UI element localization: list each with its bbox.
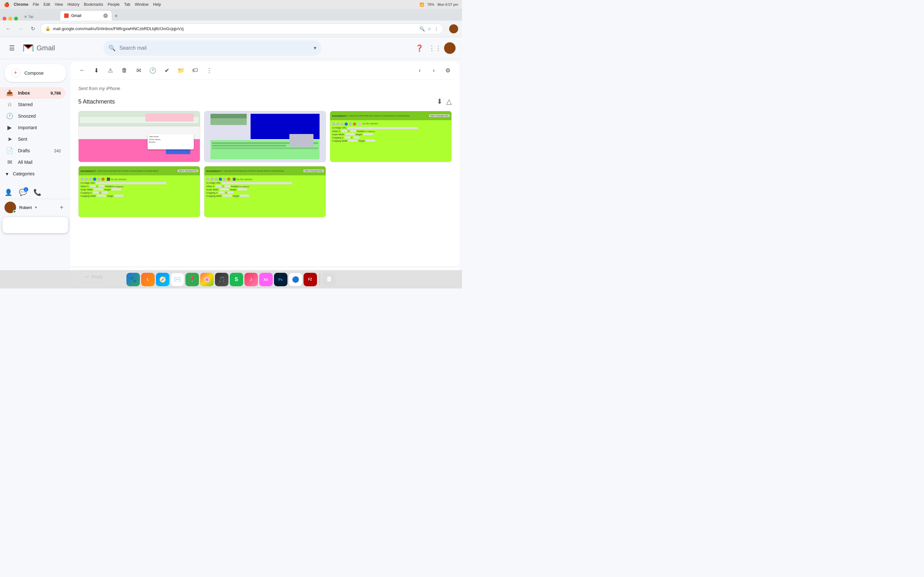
next-email-button[interactable]: › [427,64,440,77]
tab-menu[interactable]: Tab [124,2,130,7]
spam-button[interactable]: ⚠ [104,64,117,77]
dock-itunes[interactable]: ♪ [244,273,258,286]
dock-safari[interactable]: 🧭 [156,273,170,286]
attachment-1[interactable]: Take PhotoPhoto LibraryBrowse [78,111,200,162]
archive-button[interactable]: ⬇ [90,64,103,77]
user-account-section: Robert ▾ + [0,199,71,216]
dock-filezilla[interactable]: FZ [304,273,317,286]
compose-button[interactable]: + Compose [5,64,66,82]
categories-label: Categories [13,171,35,176]
attachment-4[interactable]: Annotations++ Copy (via 2) and Paste (vi… [78,166,200,218]
refresh-button[interactable]: ↻ [28,24,37,33]
attachment-1-preview: Take PhotoPhoto LibraryBrowse [79,111,200,162]
sidebar-item-allmail[interactable]: ✉ All Mail [0,156,65,168]
svg-text:+: + [14,69,17,76]
move-icon: 📁 [178,67,184,74]
sidebar-item-inbox[interactable]: 📥 Inbox 9,786 [0,87,65,99]
back-to-inbox-button[interactable]: ← [76,64,89,77]
important-icon: ▶ [6,124,13,131]
inactive-tab[interactable]: ⊞ Tab [22,13,60,21]
add-task-button[interactable]: ✔ [160,64,173,77]
user-account[interactable]: Robert ▾ + [5,201,66,213]
gmail-body: + Compose 📥 Inbox 9,786 ☆ Starred 🕐 Snoo… [0,59,462,288]
settings-gear-icon: ⚙ [445,67,451,74]
dock-music[interactable]: 🎵 [215,273,228,286]
starred-label: Starred [18,102,61,107]
label-button[interactable]: 🏷 [189,64,202,77]
history-menu[interactable]: History [67,2,79,7]
mark-as-read-button[interactable]: ✉ [132,64,145,77]
window-close-btn[interactable] [3,17,6,21]
people-menu[interactable]: People [108,2,120,7]
dock-chrome[interactable]: 🔵 [289,273,302,286]
search-dropdown-icon[interactable]: ▾ [314,45,317,51]
phone-call-icon: 📞 [33,189,41,196]
inbox-count: 9,786 [50,91,61,95]
download-all-button[interactable]: ⬇ [437,97,443,106]
help-menu[interactable]: Help [153,2,161,7]
view-menu[interactable]: View [55,2,63,7]
attachment-3[interactable]: Annotations++ Copy (via 2) and Paste (vi… [330,111,452,162]
categories-toggle[interactable]: ▾ Categories [0,168,65,179]
help-button[interactable]: ❓ [413,42,426,55]
main-email-content: ← ⬇ ⚠ 🗑 ✉ 🕐 ✔ [71,61,459,286]
snoozed-icon: 🕐 [6,113,13,119]
dock-mail[interactable]: ✉️ [171,273,184,286]
forward-button[interactable]: → [16,24,25,33]
apple-menu[interactable]: 🍎 [4,2,9,7]
bookmarks-menu[interactable]: Bookmarks [84,2,103,7]
search-bar[interactable]: 🔍 ▾ [103,40,321,56]
attachments-section: 5 Attachments ⬇ △ [78,97,452,218]
snooze-button[interactable]: 🕐 [146,64,159,77]
delete-button[interactable]: 🗑 [118,64,131,77]
phone-icon[interactable]: 📞 [33,189,41,196]
search-input[interactable] [120,45,310,51]
dock-trash[interactable]: 🗑 [322,273,336,286]
settings-button[interactable]: ⚙ [441,64,454,77]
active-tab[interactable]: Gmail × [60,11,111,21]
hamburger-menu-button[interactable]: ☰ [6,42,17,55]
sent-label: Sent [18,137,61,142]
sidebar-item-drafts[interactable]: 📄 Drafts 242 [0,145,65,156]
chrome-menu[interactable]: Chrome [14,2,28,7]
chrome-settings-icon[interactable]: ⋮ [434,26,439,31]
extension-avatar[interactable] [449,24,458,33]
prev-email-button[interactable]: ‹ [413,64,426,77]
window-fullscreen-btn[interactable] [14,17,18,21]
chat-icon[interactable]: 💬 1 [19,189,27,196]
next-icon: › [433,67,435,74]
people-chat-icon[interactable]: 👤 [5,189,13,196]
sidebar-item-starred[interactable]: ☆ Starred [0,99,65,110]
attachment-2[interactable] [204,111,326,162]
sidebar-item-sent[interactable]: ➤ Sent [0,133,65,145]
bookmark-icon[interactable]: ☆ [427,26,431,31]
window-menu[interactable]: Window [135,2,149,7]
zoom-icon[interactable]: 🔍 [419,26,425,31]
window-minimize-btn[interactable] [8,17,12,21]
dock-xd[interactable]: Xd [259,273,273,286]
task-icon: ✔ [165,67,170,74]
address-bar[interactable]: 🔒 mail.google.com/mail/u/0/#inbox/FMfcgx… [40,23,443,34]
sidebar-item-snoozed[interactable]: 🕐 Snoozed [0,110,65,122]
sidebar-item-important[interactable]: ▶ Important [0,122,65,133]
move-button[interactable]: 📁 [174,64,187,77]
apps-button[interactable]: ⋮⋮ [429,42,441,55]
dock-launchpad[interactable]: L [141,273,155,286]
file-menu[interactable]: File [33,2,39,7]
dock-maps[interactable]: 📍 [186,273,199,286]
delete-icon: 🗑 [121,67,128,74]
edit-menu[interactable]: Edit [44,2,50,7]
save-to-drive-button[interactable]: △ [446,97,452,106]
more-actions-button[interactable]: ⋮ [203,64,216,77]
dock-finder[interactable]: 🐾 [126,273,140,286]
tab-close-btn[interactable]: × [103,13,108,18]
dock-ps[interactable]: Ps [274,273,288,286]
dock-spotify[interactable]: S [230,273,243,286]
dock-photos[interactable]: 🌸 [200,273,214,286]
back-button[interactable]: ← [4,24,13,33]
add-account-button[interactable]: + [57,203,66,212]
mac-dock: 🐾 L 🧭 ✉️ 📍 🌸 🎵 S ♪ Xd Ps 🔵 FZ 🗑 [0,270,462,288]
new-tab-button[interactable]: + [111,11,121,21]
attachment-5[interactable]: Annotations++ Copy (via 2) and Paste (vi… [204,166,326,218]
user-avatar[interactable] [444,42,456,54]
